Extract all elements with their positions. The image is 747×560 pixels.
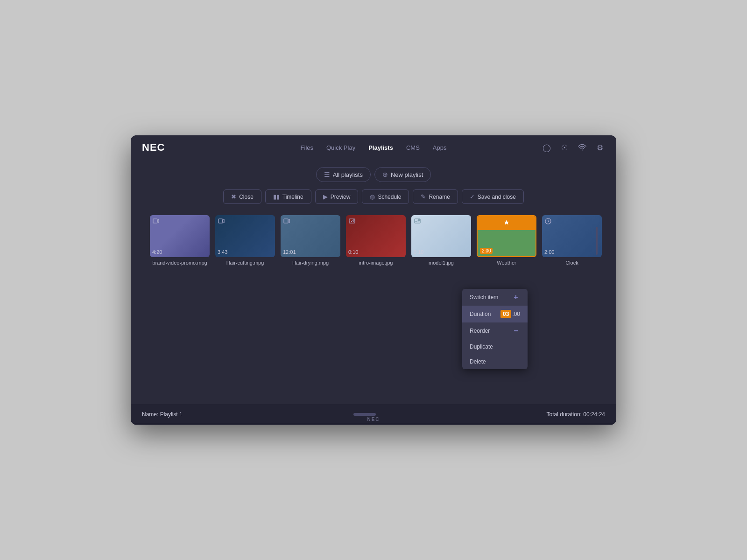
timeline-button[interactable]: ▮▮ Timeline (265, 189, 311, 204)
media-item-hair-cutting[interactable]: 3:43 Hair-cutting.mpg (215, 215, 275, 266)
reorder-controls: − (512, 327, 520, 335)
svg-point-5 (353, 219, 354, 221)
video-icon-2 (218, 218, 225, 225)
nav-icon-group: ◯ ☉ ⚙ (542, 142, 605, 153)
media-label-hair-cutting: Hair-cutting.mpg (226, 259, 264, 266)
rename-button[interactable]: ✎ Rename (413, 189, 458, 204)
preview-label: Preview (331, 194, 351, 200)
plus-circle-icon: ⊕ (382, 171, 388, 178)
tv-frame: NEC Files Quick Play Playlists CMS Apps … (131, 135, 616, 425)
new-playlist-button[interactable]: ⊕ New playlist (374, 167, 431, 182)
media-label-brand-video: brand-video-promo.mpg (152, 259, 207, 266)
rename-icon: ✎ (421, 193, 426, 200)
switch-item-label: Switch item (470, 294, 498, 301)
save-close-label: Save and close (478, 194, 516, 200)
media-thumb-brand-video: 4:20 (150, 215, 210, 257)
svg-rect-2 (218, 219, 223, 223)
nav-link-cms[interactable]: CMS (406, 142, 420, 153)
globe-icon[interactable]: ☉ (559, 142, 570, 153)
wifi-icon[interactable] (577, 142, 587, 153)
context-menu: Switch item + Duration 03 :00 (462, 289, 528, 369)
duration-badge-hair-cutting: 3:43 (218, 249, 227, 255)
duration-badge-hair-drying: 12:01 (283, 249, 296, 255)
weather-header (478, 216, 536, 230)
media-item-brand-video[interactable]: 4:20 brand-video-promo.mpg (149, 215, 210, 266)
play-icon: ▶ (323, 193, 328, 200)
context-menu-reorder[interactable]: Reorder − (462, 322, 528, 339)
duration-badge-model1: 0:10 (414, 249, 423, 255)
svg-rect-3 (284, 219, 288, 223)
settings-icon[interactable]: ⚙ (595, 142, 605, 153)
media-label-model1: model1.jpg (429, 259, 454, 266)
scroll-hint (596, 227, 598, 255)
nav-link-files[interactable]: Files (301, 142, 313, 153)
all-playlists-label: All playlists (333, 171, 363, 178)
media-label-hair-drying: Hair-drying.mpg (292, 259, 329, 266)
media-item-model1[interactable]: 0:10 model1.jpg (411, 215, 472, 266)
duration-value: 03 (500, 310, 511, 318)
switch-item-controls: + (512, 293, 520, 301)
switch-item-plus[interactable]: + (512, 293, 520, 301)
image-icon-2 (414, 218, 421, 225)
media-label-clock: Clock (565, 259, 578, 266)
context-menu-duration[interactable]: Duration 03 :00 (462, 306, 528, 322)
nav-bar: NEC Files Quick Play Playlists CMS Apps … (131, 135, 616, 160)
duplicate-label: Duplicate (470, 343, 493, 350)
context-menu-switch-item[interactable]: Switch item + (462, 289, 528, 306)
list-icon: ☰ (324, 171, 330, 178)
media-thumb-intro-image: 0:10 (346, 215, 406, 257)
svg-point-7 (418, 219, 420, 221)
context-menu-delete[interactable]: Delete (462, 354, 528, 369)
nav-link-quickplay[interactable]: Quick Play (326, 142, 355, 153)
duration-controls: 03 :00 (500, 310, 520, 318)
media-item-weather[interactable]: 2:00 Weather (476, 215, 537, 266)
context-menu-duplicate[interactable]: Duplicate (462, 339, 528, 354)
playlist-name: Name: Playlist 1 (142, 411, 183, 418)
duration-display: 03 :00 (500, 310, 520, 318)
nav-links: Files Quick Play Playlists CMS Apps (301, 142, 447, 153)
duration-label: Duration (470, 311, 491, 317)
media-item-hair-drying[interactable]: 12:01 Hair-drying.mpg (280, 215, 341, 266)
svg-rect-1 (153, 219, 157, 223)
save-close-button[interactable]: ✓ Save and close (462, 189, 524, 204)
media-row: 4:20 brand-video-promo.mpg 3:43 Hair-cut… (149, 215, 598, 266)
nec-logo: NEC (142, 141, 165, 154)
reorder-minus[interactable]: − (512, 327, 520, 335)
image-icon (349, 218, 355, 225)
user-icon[interactable]: ◯ (542, 142, 552, 153)
duration-badge-clock: 2:00 (544, 249, 554, 255)
media-item-clock[interactable]: 2:00 Clock (542, 215, 602, 266)
toolbar: ✖ Close ▮▮ Timeline ▶ Preview ◍ Schedule… (149, 189, 598, 204)
reorder-label: Reorder (470, 328, 490, 334)
scroll-indicator[interactable] (353, 413, 376, 416)
media-thumb-hair-drying: 12:01 (281, 215, 340, 257)
all-playlists-button[interactable]: ☰ All playlists (316, 167, 371, 182)
duration-badge-brand-video: 4:20 (152, 249, 162, 255)
save-icon: ✓ (470, 193, 475, 200)
new-playlist-label: New playlist (391, 171, 423, 178)
nav-link-apps[interactable]: Apps (433, 142, 447, 153)
weather-duration-badge: 2:00 (480, 248, 493, 254)
schedule-icon: ◍ (370, 193, 375, 200)
media-thumb-hair-cutting: 3:43 (215, 215, 275, 257)
nav-link-playlists[interactable]: Playlists (368, 142, 393, 153)
close-label: Close (239, 194, 254, 200)
main-content: ☰ All playlists ⊕ New playlist ✖ Close ▮… (131, 160, 616, 404)
duration-suffix: :00 (512, 311, 520, 317)
nec-brand-footer: NEC (367, 417, 380, 422)
media-label-intro-image: intro-image.jpg (359, 259, 393, 266)
media-item-intro-image[interactable]: 0:10 intro-image.jpg (345, 215, 406, 266)
video-icon (153, 218, 159, 225)
close-button[interactable]: ✖ Close (223, 189, 261, 204)
schedule-label: Schedule (378, 194, 401, 200)
svg-point-0 (582, 150, 583, 151)
preview-button[interactable]: ▶ Preview (315, 189, 359, 204)
playlist-actions: ☰ All playlists ⊕ New playlist (149, 167, 598, 182)
media-thumb-model1: 0:10 (411, 215, 471, 257)
media-thumb-clock: 2:00 (542, 215, 602, 257)
video-icon-3 (283, 218, 290, 225)
delete-label: Delete (470, 358, 486, 365)
timeline-label: Timeline (282, 194, 303, 200)
schedule-button[interactable]: ◍ Schedule (362, 189, 409, 204)
total-duration: Total duration: 00:24:24 (547, 411, 605, 418)
